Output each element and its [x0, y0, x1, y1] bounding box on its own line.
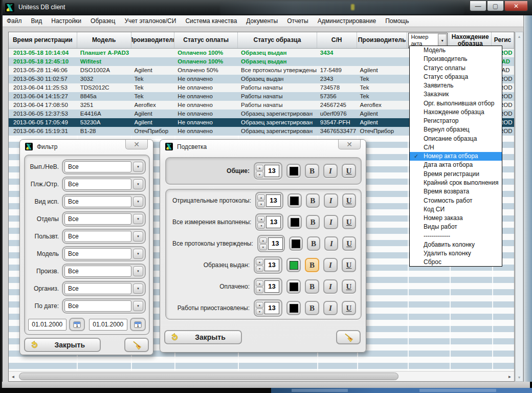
column-menu-item[interactable]: Заказчик	[410, 90, 502, 99]
combo-dropdown-button[interactable]: ▼	[133, 214, 143, 224]
color-swatch-button[interactable]	[286, 279, 301, 294]
date-from-calendar-button[interactable]: 1	[69, 318, 85, 331]
menu-settings[interactable]: Настройки	[47, 15, 86, 27]
minimize-button[interactable]: —	[470, 1, 486, 11]
italic-button[interactable]: I	[323, 164, 338, 178]
font-size-value[interactable]: 13	[264, 165, 279, 177]
taskbar[interactable]	[0, 388, 532, 393]
color-swatch-button[interactable]	[286, 301, 301, 315]
color-swatch-button[interactable]	[286, 164, 301, 178]
column-menu-item[interactable]: Дата акта отбора	[410, 161, 502, 169]
bold-button[interactable]: B	[305, 301, 319, 315]
spinner-down-icon[interactable]: ▼	[256, 287, 263, 293]
col-header-model[interactable]: Модель	[77, 32, 131, 48]
spinner-up-icon[interactable]: ▲	[256, 280, 263, 287]
bold-button-active[interactable]: B	[305, 258, 319, 272]
underline-button[interactable]: U	[342, 236, 356, 251]
column-menu-item[interactable]: Стоимость работ	[410, 196, 502, 205]
column-menu-item[interactable]: Заявитель	[410, 81, 502, 90]
maximize-button[interactable]: ▢	[487, 1, 504, 11]
combo-dropdown-button[interactable]: ▼	[133, 266, 143, 276]
underline-button[interactable]: U	[342, 301, 356, 315]
spinner-up-icon[interactable]: ▲	[257, 216, 265, 222]
col-header-sn[interactable]: С/Н	[317, 32, 357, 48]
column-menu-item[interactable]: Виды работ	[410, 223, 502, 231]
font-size-value[interactable]: 13	[268, 237, 283, 250]
highlight-close-button[interactable]: ✕	[338, 140, 361, 149]
column-menu-item[interactable]: Код СИ	[410, 205, 502, 214]
menu-quality[interactable]: Система качества	[181, 15, 241, 27]
underline-button[interactable]: U	[342, 279, 356, 294]
column-menu-item[interactable]: Время регистрации	[410, 170, 502, 179]
font-size-spinner[interactable]: ▲▼13	[254, 162, 282, 180]
combo-dropdown-button[interactable]: ▼	[133, 231, 143, 242]
col-header-manufacturer[interactable]: Производитель	[131, 32, 175, 48]
column-menu-item[interactable]: Статус оплаты	[410, 64, 502, 73]
bold-button[interactable]: B	[306, 215, 320, 229]
color-swatch-button[interactable]	[289, 236, 303, 251]
bold-button[interactable]: B	[305, 279, 319, 294]
font-size-spinner[interactable]: ▲▼13	[254, 299, 282, 317]
column-menu-item[interactable]: С/Н	[410, 143, 502, 152]
filter-combo-date[interactable]: Все▼	[62, 298, 146, 314]
menu-reports[interactable]: Отчеты	[282, 15, 313, 27]
filter-combo-vyp[interactable]: Все▼	[62, 159, 146, 174]
font-size-spinner[interactable]: ▲▼13	[254, 278, 282, 295]
font-size-value[interactable]: 13	[264, 259, 279, 271]
column-menu-item[interactable]: Сброс	[410, 258, 502, 267]
column-menu-item[interactable]: Производитель	[410, 55, 502, 63]
menu-view[interactable]: Вид	[27, 15, 47, 27]
combo-dropdown-button[interactable]: ▼	[133, 162, 143, 172]
filter-combo-plzh[interactable]: Все▼	[62, 177, 146, 192]
filter-combo-user[interactable]: Все▼	[62, 229, 146, 244]
underline-button[interactable]: U	[342, 215, 356, 229]
column-menu-item[interactable]: Добавить колонку	[410, 241, 502, 249]
font-size-spinner[interactable]: ▲▼13	[255, 213, 283, 231]
combo-dropdown-button[interactable]: ▼	[133, 179, 143, 189]
scroll-right-button[interactable]: ►	[505, 372, 514, 382]
column-menu-item[interactable]: Модель	[410, 46, 502, 55]
underline-button[interactable]: U	[342, 164, 356, 178]
combo-dropdown-button[interactable]: ▼	[133, 301, 143, 311]
spinner-down-icon[interactable]: ▼	[257, 201, 265, 207]
column-menu-item[interactable]: Орг. выполнившая отбор	[410, 99, 502, 108]
spinner-up-icon[interactable]: ▲	[256, 165, 263, 171]
column-menu-item[interactable]: Нахождение образца	[410, 108, 502, 117]
date-from-field[interactable]: 01.01.2000	[28, 319, 66, 331]
filter-clear-button[interactable]	[124, 338, 149, 352]
font-size-spinner[interactable]: ▲▼13	[254, 256, 282, 274]
title-bar[interactable]: Unitess DB client — ▢ ✕	[0, 0, 532, 15]
horizontal-scrollbar[interactable]: ◄ ►	[9, 371, 514, 381]
bold-button[interactable]: B	[306, 193, 320, 208]
color-swatch-button[interactable]	[286, 258, 301, 272]
font-size-value[interactable]: 13	[264, 280, 279, 293]
scroll-up-button[interactable]: ▲	[516, 32, 523, 40]
col-header-payment-status[interactable]: Статус оплаты	[174, 32, 238, 48]
column-menu-item[interactable]: Удалить колонку	[410, 249, 502, 258]
underline-button[interactable]: U	[342, 258, 356, 272]
column-menu-item[interactable]: Вернул образец	[410, 125, 502, 134]
italic-button[interactable]: I	[324, 193, 338, 208]
spinner-down-icon[interactable]: ▼	[256, 266, 263, 272]
menu-administration[interactable]: Администрирование	[313, 15, 381, 27]
font-size-spinner[interactable]: ▲▼13	[257, 235, 285, 252]
spinner-up-icon[interactable]: ▲	[256, 302, 263, 308]
filter-combo-organization[interactable]: Все▼	[62, 281, 146, 296]
font-size-spinner[interactable]: ▲▼13	[255, 192, 283, 209]
spinner-down-icon[interactable]: ▼	[259, 244, 267, 250]
italic-button[interactable]: I	[323, 258, 338, 272]
font-size-value[interactable]: 13	[264, 302, 279, 314]
filter-combo-model[interactable]: Все▼	[62, 246, 146, 261]
col-header-time[interactable]: Время регистрации	[9, 32, 77, 48]
spinner-down-icon[interactable]: ▼	[256, 309, 263, 315]
scroll-left-button[interactable]: ◄	[9, 372, 17, 382]
spinner-up-icon[interactable]: ▲	[256, 259, 263, 265]
menu-file[interactable]: Файл	[2, 15, 27, 27]
spinner-up-icon[interactable]: ▲	[259, 237, 267, 244]
date-to-calendar-button[interactable]: 1	[130, 318, 146, 331]
italic-button[interactable]: I	[323, 279, 338, 294]
filter-combo-manufacturer[interactable]: Все▼	[62, 264, 146, 279]
menu-help[interactable]: Помощь	[381, 15, 413, 27]
col-header-sample-status[interactable]: Статус образца	[238, 32, 317, 48]
date-to-field[interactable]: 01.01.2000	[89, 319, 127, 331]
